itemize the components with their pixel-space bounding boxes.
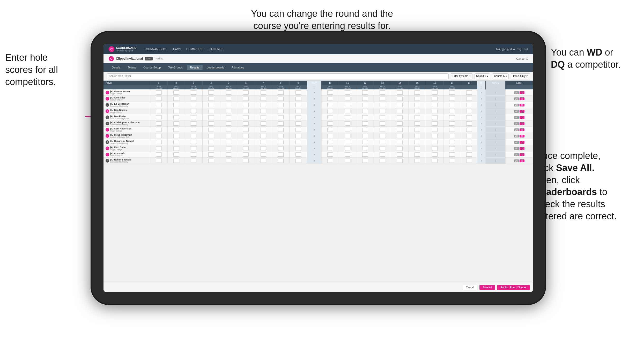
score-input-h18[interactable] <box>466 109 472 113</box>
score-hole-2[interactable] <box>167 120 185 127</box>
score-input-h9[interactable] <box>295 134 301 138</box>
score-input-h8[interactable] <box>278 152 284 157</box>
score-hole-4[interactable] <box>202 158 220 164</box>
score-input-h4[interactable] <box>208 152 214 157</box>
score-input-h17[interactable] <box>449 152 455 157</box>
score-hole-13[interactable] <box>374 89 391 96</box>
score-hole-6[interactable] <box>237 102 255 108</box>
score-hole-10[interactable] <box>321 89 339 96</box>
score-hole-4[interactable] <box>202 102 220 108</box>
score-hole-17[interactable] <box>443 96 461 102</box>
dq-button[interactable]: DQ <box>520 104 524 106</box>
score-input-h13[interactable] <box>380 128 385 132</box>
score-hole-12[interactable] <box>356 133 374 139</box>
score-hole-12[interactable] <box>356 158 374 164</box>
score-hole-18[interactable] <box>461 133 477 139</box>
score-hole-13[interactable] <box>374 114 391 120</box>
score-hole-2[interactable] <box>167 145 185 151</box>
score-input-h15[interactable] <box>414 159 420 163</box>
score-hole-6[interactable] <box>237 139 255 145</box>
wd-button[interactable]: WD <box>514 135 519 137</box>
score-hole-16[interactable] <box>426 108 443 114</box>
score-hole-2[interactable] <box>167 96 185 102</box>
score-hole-9[interactable] <box>290 108 307 114</box>
score-hole-8[interactable] <box>272 89 290 96</box>
score-hole-12[interactable] <box>356 114 374 120</box>
score-hole-1[interactable] <box>150 108 167 114</box>
score-hole-16[interactable] <box>426 158 443 164</box>
score-input-h5[interactable] <box>226 152 231 157</box>
score-hole-11[interactable] <box>339 114 356 120</box>
score-hole-6[interactable] <box>237 96 255 102</box>
score-hole-11[interactable] <box>339 151 356 158</box>
score-hole-14[interactable] <box>391 127 409 133</box>
score-input-h2[interactable] <box>173 90 179 95</box>
score-hole-13[interactable] <box>374 151 391 158</box>
score-hole-10[interactable] <box>321 96 339 102</box>
score-input-h14[interactable] <box>397 146 403 150</box>
score-input-h13[interactable] <box>380 103 385 107</box>
score-hole-6[interactable] <box>237 108 255 114</box>
score-input-h17[interactable] <box>449 97 455 101</box>
score-input-h10[interactable] <box>327 146 333 150</box>
score-input-h5[interactable] <box>226 140 231 144</box>
score-input-h14[interactable] <box>397 140 403 144</box>
score-hole-8[interactable] <box>272 127 290 133</box>
score-hole-10[interactable] <box>321 158 339 164</box>
score-hole-4[interactable] <box>202 89 220 96</box>
score-hole-15[interactable] <box>409 102 426 108</box>
dq-button[interactable]: DQ <box>520 122 524 125</box>
score-input-h14[interactable] <box>397 134 403 138</box>
score-hole-3[interactable] <box>185 89 202 96</box>
dq-button[interactable]: DQ <box>520 116 524 119</box>
score-input-h17[interactable] <box>449 159 455 163</box>
score-hole-7[interactable] <box>255 158 272 164</box>
score-input-h17[interactable] <box>449 103 455 107</box>
score-hole-12[interactable] <box>356 96 374 102</box>
score-hole-9[interactable] <box>290 133 307 139</box>
score-input-h11[interactable] <box>345 109 350 113</box>
score-input-h11[interactable] <box>345 140 350 144</box>
score-hole-10[interactable] <box>321 133 339 139</box>
score-hole-18[interactable] <box>461 145 477 151</box>
score-input-h16[interactable] <box>432 128 438 132</box>
score-input-h5[interactable] <box>226 103 231 107</box>
score-hole-3[interactable] <box>185 127 202 133</box>
score-input-h11[interactable] <box>345 90 350 95</box>
score-hole-4[interactable] <box>202 120 220 127</box>
score-hole-6[interactable] <box>237 114 255 120</box>
score-hole-18[interactable] <box>461 158 477 164</box>
score-input-h15[interactable] <box>414 97 420 101</box>
score-input-h11[interactable] <box>345 97 350 101</box>
score-hole-3[interactable] <box>185 145 202 151</box>
score-input-h8[interactable] <box>278 103 284 107</box>
score-input-h14[interactable] <box>397 115 403 119</box>
score-hole-2[interactable] <box>167 102 185 108</box>
score-hole-1[interactable] <box>150 127 167 133</box>
score-input-h5[interactable] <box>226 128 231 132</box>
score-input-h8[interactable] <box>278 97 284 101</box>
score-hole-14[interactable] <box>391 145 409 151</box>
score-input-h14[interactable] <box>397 159 403 163</box>
wd-button[interactable]: WD <box>514 141 519 144</box>
score-input-h12[interactable] <box>362 90 368 95</box>
score-input-h17[interactable] <box>449 109 455 113</box>
totals-only-toggle[interactable]: Totals Only □ <box>511 73 530 79</box>
score-hole-10[interactable] <box>321 114 339 120</box>
score-input-h16[interactable] <box>432 159 438 163</box>
score-hole-14[interactable] <box>391 114 409 120</box>
score-input-h8[interactable] <box>278 109 284 113</box>
score-hole-10[interactable] <box>321 139 339 145</box>
score-input-h4[interactable] <box>208 146 214 150</box>
score-input-h13[interactable] <box>380 134 385 138</box>
score-hole-6[interactable] <box>237 133 255 139</box>
score-input-h9[interactable] <box>295 140 301 144</box>
dq-button[interactable]: DQ <box>520 97 524 100</box>
score-hole-15[interactable] <box>409 151 426 158</box>
score-input-h13[interactable] <box>380 146 385 150</box>
score-hole-11[interactable] <box>339 145 356 151</box>
score-input-h4[interactable] <box>208 121 214 126</box>
dq-button[interactable]: DQ <box>520 128 524 131</box>
score-input-h12[interactable] <box>362 97 368 101</box>
score-input-h10[interactable] <box>327 152 333 157</box>
